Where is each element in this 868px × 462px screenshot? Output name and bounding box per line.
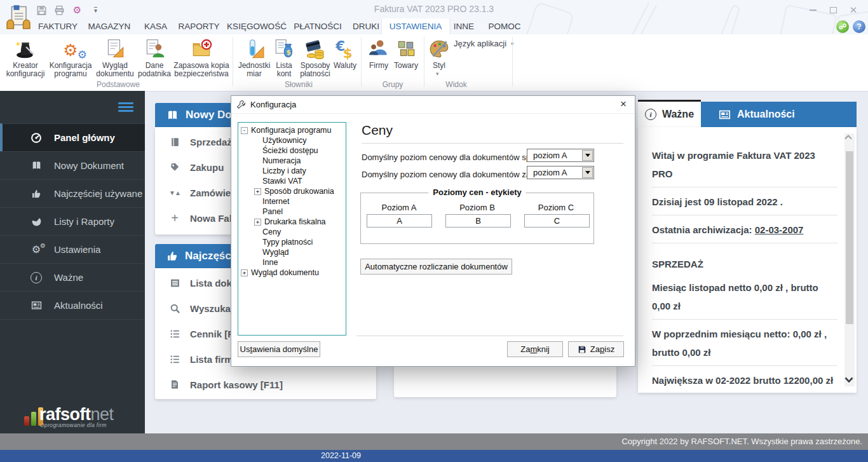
sidebar-item-listy-i-raporty[interactable]: Listy i Raporty bbox=[0, 207, 145, 235]
book-icon bbox=[166, 109, 179, 121]
minimize-button[interactable] bbox=[804, 5, 821, 15]
svg-text:$: $ bbox=[287, 48, 291, 57]
tree-item[interactable]: Wygląd dokumentu bbox=[251, 268, 319, 278]
tree-item[interactable]: Sposób drukowania bbox=[264, 186, 334, 196]
zapasowa-kopia-button[interactable]: Zapasowa kopia bezpieczeństwa bbox=[173, 37, 230, 78]
scroll-down-icon[interactable] bbox=[844, 377, 855, 383]
tab-wazne[interactable]: i Ważne bbox=[638, 102, 701, 127]
tab-platnosci[interactable]: PŁATNOŚCI bbox=[286, 18, 349, 34]
print-icon[interactable] bbox=[53, 4, 65, 16]
towary-button[interactable]: Towary bbox=[390, 37, 422, 70]
sidebar-item-ustawienia[interactable]: ⚙⚙ Ustawienia bbox=[0, 235, 145, 263]
sidebar-item-nowy-dokument[interactable]: Nowy Dokument bbox=[0, 151, 145, 179]
tab-aktualnosci[interactable]: Aktualności bbox=[701, 102, 857, 127]
restore-button[interactable] bbox=[825, 5, 841, 15]
tree-item[interactable]: Inne bbox=[262, 257, 278, 268]
tree-item[interactable]: Ścieżki dostępu bbox=[262, 146, 318, 156]
tree-item[interactable]: Drukarka fiskalna bbox=[264, 217, 326, 227]
column-label: Poziom A bbox=[361, 203, 437, 212]
dialog-close-icon[interactable]: × bbox=[617, 98, 630, 111]
magic-hat-icon bbox=[5, 37, 46, 60]
tree-item[interactable]: Stawki VAT bbox=[262, 176, 302, 186]
tab-inne[interactable]: INNE bbox=[446, 18, 482, 34]
zamknij-button[interactable]: Zamknij bbox=[507, 341, 563, 357]
chevron-down-icon[interactable] bbox=[582, 167, 593, 178]
info-line: Dzisiaj jest 09 listopad 2022 . bbox=[652, 193, 837, 215]
group-label-podstawowe: Podstawowe bbox=[86, 80, 150, 89]
chevron-down-icon[interactable] bbox=[582, 150, 593, 161]
tree-item[interactable]: Użytkownicy bbox=[262, 135, 306, 146]
scrollbar[interactable] bbox=[844, 133, 855, 386]
tree-item[interactable]: Typy płatności bbox=[262, 237, 313, 247]
book-icon bbox=[168, 137, 181, 147]
sidebar-item-aktualnosci[interactable]: Aktualności bbox=[0, 291, 145, 320]
sidebar-item-najczesciej-uzywane[interactable]: Najczęściej używane bbox=[0, 179, 145, 207]
zapisz-button[interactable]: Zapisz bbox=[568, 341, 624, 357]
auto-rozliczanie-button[interactable]: Automatyczne rozliczanie dokumentów bbox=[360, 259, 512, 275]
search-icon bbox=[168, 303, 181, 314]
tree-item[interactable]: Konfiguracja programu bbox=[251, 125, 331, 135]
tree-expand-icon[interactable]: + bbox=[254, 219, 261, 226]
tree-collapse-icon[interactable]: - bbox=[241, 127, 248, 134]
tree-item[interactable]: Wygląd bbox=[262, 247, 289, 257]
tag-icon bbox=[168, 162, 181, 172]
close-button[interactable]: ✕ bbox=[845, 5, 862, 15]
styl-button[interactable]: Styl bbox=[426, 37, 452, 70]
ribbon: Kreator konfiguracji ⚙ ⚙ Konfiguracja pr… bbox=[0, 34, 868, 92]
tree-item[interactable]: Internet bbox=[262, 196, 289, 207]
jednostki-miar-button[interactable]: Jednostki miar bbox=[234, 37, 274, 78]
styl-dropdown-icon[interactable]: ▾ bbox=[436, 71, 439, 77]
dialog-title-bar[interactable]: Konfiguracja × bbox=[231, 96, 635, 114]
sidebar-item-panel-glowny[interactable]: Panel główny bbox=[0, 123, 145, 151]
tab-magazyn[interactable]: MAGAZYN bbox=[81, 18, 139, 34]
poziom-b-input[interactable]: B bbox=[445, 214, 511, 228]
rafsoft-logo: rafsoftnet Oprogramowanie dla firm bbox=[0, 398, 145, 431]
book-icon bbox=[29, 160, 43, 171]
thumb-up-icon bbox=[166, 250, 178, 262]
tab-kasa[interactable]: KASA bbox=[137, 18, 175, 34]
tree-item[interactable]: Numeracja bbox=[262, 156, 301, 166]
status-bar: 2022-11-09 bbox=[0, 450, 868, 462]
jezyk-aplikacji-button[interactable]: Język aplikacji ▾ bbox=[454, 39, 514, 48]
tree-item[interactable]: Liczby i daty bbox=[262, 166, 306, 176]
scrollbar-thumb[interactable] bbox=[846, 151, 853, 324]
tab-faktury[interactable]: FAKTURY bbox=[31, 18, 85, 34]
list-item[interactable]: Raport kasowy [F11] bbox=[155, 372, 376, 397]
sort-triangles-icon: ▼▲ bbox=[168, 189, 181, 196]
window-title: Faktura VAT 2023 PRO 23.1.3 bbox=[374, 4, 494, 14]
report-icon bbox=[168, 379, 181, 390]
lista-kont-button[interactable]: $ Lista kont bbox=[271, 37, 297, 78]
waluty-button[interactable]: €$ Waluty bbox=[329, 37, 361, 70]
poziom-sprzedazy-select[interactable]: poziom A bbox=[527, 149, 594, 162]
scroll-up-icon[interactable] bbox=[844, 135, 855, 140]
poziom-c-input[interactable]: C bbox=[524, 214, 590, 228]
tab-ustawienia[interactable]: USTAWIENIA bbox=[381, 18, 451, 34]
sposoby-platnosci-button[interactable]: Sposoby płatności bbox=[296, 37, 334, 78]
tree-item[interactable]: Panel bbox=[262, 207, 283, 217]
tree-expand-icon[interactable]: + bbox=[241, 269, 248, 276]
wyglad-dokumentu-button[interactable]: Wygląd dokumentu bbox=[93, 37, 137, 78]
archive-date-link[interactable]: 02-03-2007 bbox=[755, 224, 804, 235]
hamburger-menu-icon[interactable] bbox=[118, 102, 133, 114]
info-line: W poprzednim miesiącu netto: 0,00 zł , b… bbox=[652, 325, 837, 366]
group-label-slowniki: Słowniki bbox=[267, 80, 330, 89]
list-icon bbox=[168, 278, 181, 289]
dane-podatnika-button[interactable]: Dane podatnika bbox=[135, 37, 173, 78]
tab-ksiegowosc[interactable]: KSIĘGOWOŚĆ bbox=[219, 18, 294, 34]
poziom-zakupu-select[interactable]: poziom A bbox=[527, 166, 594, 179]
poziom-a-input[interactable]: A bbox=[367, 214, 432, 228]
sidebar-item-wazne[interactable]: i Ważne bbox=[0, 263, 145, 291]
firmy-button[interactable]: Firmy bbox=[366, 37, 391, 70]
konfiguracja-programu-button[interactable]: ⚙ ⚙ Konfiguracja programu bbox=[46, 37, 95, 78]
copyright-bar: Copyright 2022 by RAFSOFT.NET. Wszystkie… bbox=[0, 433, 868, 450]
qat-dropdown-icon[interactable]: ▾ bbox=[94, 7, 97, 13]
settings-icon[interactable]: ⚙ bbox=[71, 4, 83, 16]
save-icon[interactable] bbox=[36, 4, 48, 16]
tree-expand-icon[interactable]: + bbox=[254, 188, 261, 195]
ustawienia-domyslne-button[interactable]: Ustawienia domyślne bbox=[238, 341, 320, 357]
config-tree[interactable]: -Konfiguracja programu Użytkownicy Ścież… bbox=[238, 122, 346, 336]
kreator-konfiguracji-button[interactable]: Kreator konfiguracji bbox=[5, 37, 46, 78]
tab-pomoc[interactable]: POMOC bbox=[480, 18, 528, 34]
newspaper-icon bbox=[719, 109, 731, 121]
tree-item[interactable]: Ceny bbox=[262, 227, 281, 237]
